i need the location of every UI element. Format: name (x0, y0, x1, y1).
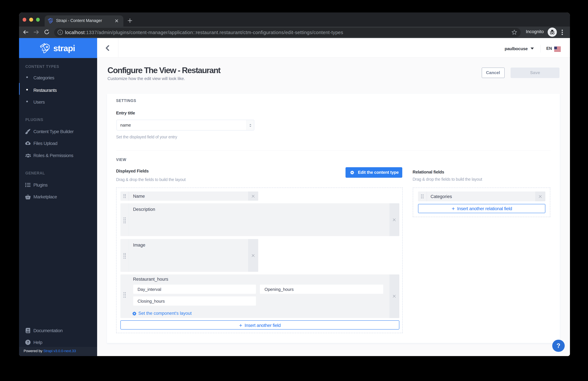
svg-text:?: ? (27, 340, 29, 344)
